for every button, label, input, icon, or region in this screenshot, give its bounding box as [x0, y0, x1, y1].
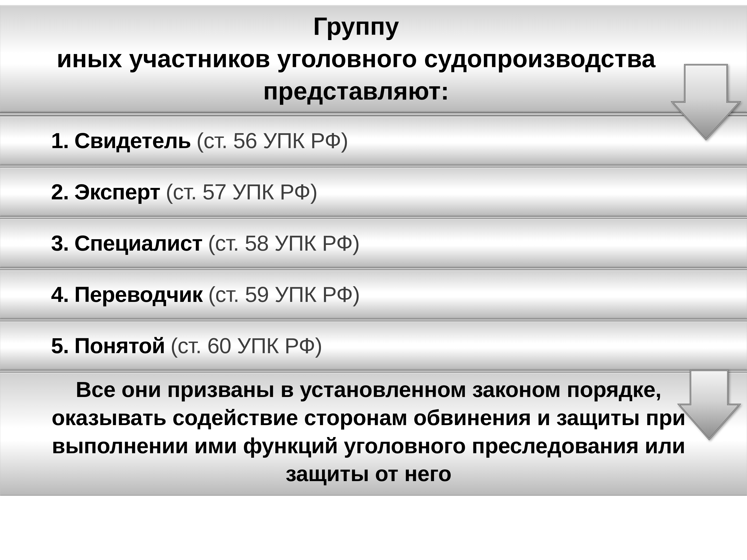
- item-name: Эксперт: [74, 179, 160, 205]
- divider: [0, 112, 747, 116]
- list-item-5: 5. Понятой (ст. 60 УПК РФ): [0, 321, 747, 370]
- divider: [0, 216, 747, 219]
- title-line-1: Группу: [313, 10, 399, 42]
- item-reference: (ст. 56 УПК РФ): [197, 128, 348, 153]
- item-number: 5.: [51, 333, 69, 358]
- item-number: 2.: [51, 179, 69, 205]
- slide: Группу иных участников уголовного судопр…: [0, 0, 747, 560]
- item-name: Специалист: [74, 231, 202, 256]
- item-number: 4.: [51, 282, 69, 307]
- divider: [0, 267, 747, 270]
- item-name: Переводчик: [74, 282, 203, 307]
- title-line-3: представляют:: [263, 75, 449, 107]
- item-reference: (ст. 60 УПК РФ): [171, 333, 322, 358]
- item-reference: (ст. 59 УПК РФ): [208, 282, 360, 307]
- item-name: Свидетель: [74, 128, 191, 153]
- divider: [0, 165, 747, 167]
- list-item-2: 2. Эксперт (ст. 57 УПК РФ): [0, 167, 747, 216]
- item-number: 3.: [51, 231, 69, 256]
- footer-text: Все они призваны в установленном законом…: [18, 376, 720, 488]
- divider: [0, 319, 747, 321]
- list-item-1: 1. Свидетель (ст. 56 УПК РФ): [0, 116, 747, 165]
- title-line-2: иных участников уголовного судопроизводс…: [57, 42, 655, 75]
- item-reference: (ст. 58 УПК РФ): [208, 231, 360, 256]
- divider: [0, 370, 747, 373]
- title-block: Группу иных участников уголовного судопр…: [0, 5, 747, 112]
- list-item-4: 4. Переводчик (ст. 59 УПК РФ): [0, 270, 747, 319]
- arrow-down-icon: [670, 62, 742, 142]
- list-item-3: 3. Специалист (ст. 58 УПК РФ): [0, 219, 747, 267]
- item-name: Понятой: [74, 333, 165, 358]
- footer-block: Все они призваны в установленном законом…: [0, 373, 747, 496]
- arrow-down-icon: [677, 368, 742, 442]
- item-number: 1.: [51, 128, 69, 153]
- item-reference: (ст. 57 УПК РФ): [166, 179, 317, 205]
